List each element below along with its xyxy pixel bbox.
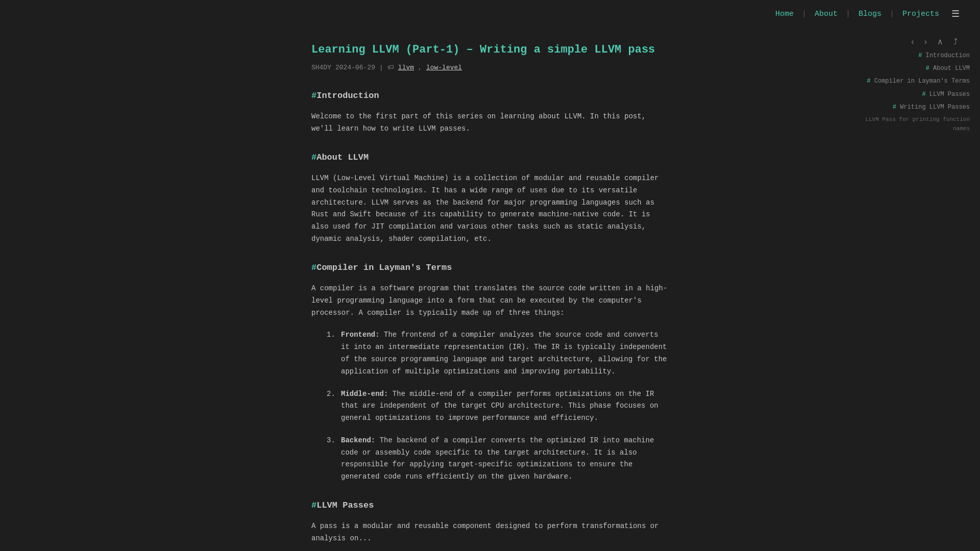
section-text-introduction: Welcome to the first part of this series…	[311, 111, 669, 135]
section-llvm-passes: #LLVM Passes A pass is a modular and reu…	[311, 498, 669, 545]
list-label-2: Middle-end:	[341, 390, 388, 398]
section-text-llvm-passes: A pass is a modular and reusable compone…	[311, 520, 669, 545]
hash-llvm-passes: #	[311, 500, 316, 510]
section-heading-introduction: #Introduction	[311, 89, 669, 103]
toc-sidebar: # Introduction # About LLVM # Compiler i…	[837, 51, 980, 135]
toc-hash-writing: #	[893, 104, 900, 111]
toc-label-writing: Writing LLVM Passes	[900, 104, 970, 111]
toc-label-llvm-passes: LLVM Passes	[929, 91, 970, 98]
list-number-3: 3.	[327, 435, 337, 483]
toc-item-compiler[interactable]: # Compiler in Layman's Terms	[847, 77, 970, 86]
list-number-2: 2.	[327, 388, 337, 424]
hamburger-icon[interactable]: ☰	[951, 7, 960, 22]
toc-item-llvm-passes[interactable]: # LLVM Passes	[847, 90, 970, 99]
toc-sub-item-function-names[interactable]: LLVM Pass for printing function names	[847, 115, 970, 133]
nav-about[interactable]: About	[811, 6, 842, 22]
section-compiler: #Compiler in Layman's Terms A compiler i…	[311, 261, 669, 483]
article-author: SH4DY	[311, 63, 331, 73]
list-label-3: Backend:	[341, 436, 375, 444]
nav-links: Home | About | Blogs | Projects ☰	[771, 6, 960, 22]
list-content-3: Backend: The backend of a compiler conve…	[341, 435, 669, 483]
nav-sep-2: |	[846, 8, 850, 20]
article-date: 2024-06-29	[335, 63, 375, 73]
nav-blogs[interactable]: Blogs	[854, 6, 886, 22]
nav-sep-1: |	[802, 8, 806, 20]
toc-item-writing-llvm-passes[interactable]: # Writing LLVM Passes	[847, 103, 970, 112]
hash-introduction: #	[311, 91, 316, 101]
toc-item-about-llvm[interactable]: # About LLVM	[847, 64, 970, 73]
next-article-button[interactable]: ›	[922, 35, 929, 48]
hash-compiler: #	[311, 263, 316, 272]
tag-low-level[interactable]: low-level	[426, 63, 462, 73]
article: Learning LLVM (Part-1) – Writing a simpl…	[291, 41, 689, 551]
top-navigation: Home | About | Blogs | Projects ☰	[0, 0, 980, 29]
section-introduction: #Introduction Welcome to the first part …	[311, 89, 669, 135]
tag-comma: ,	[418, 63, 422, 73]
list-text-3-body: The backend of a compiler converts the o…	[341, 436, 654, 481]
section-heading-compiler: #Compiler in Layman's Terms	[311, 261, 669, 274]
list-item: 2. Middle-end: The middle-end of a compi…	[327, 388, 669, 424]
toc-hash-llvm-passes: #	[922, 91, 929, 98]
list-content-2: Middle-end: The middle-end of a compiler…	[341, 388, 669, 424]
list-content-1: Frontend: The frontend of a compiler ana…	[341, 329, 669, 378]
section-text-compiler-intro: A compiler is a software program that tr…	[311, 283, 669, 319]
list-item: 1. Frontend: The frontend of a compiler …	[327, 329, 669, 378]
up-button[interactable]: ∧	[935, 35, 945, 48]
list-label-1: Frontend:	[341, 331, 380, 339]
hash-about-llvm: #	[311, 153, 316, 162]
list-text-1-body: The frontend of a compiler analyzes the …	[341, 331, 667, 375]
pipe-sep: |	[379, 63, 383, 73]
section-text-about-llvm: LLVM (Low-Level Virtual Machine) is a co…	[311, 172, 669, 245]
nav-projects[interactable]: Projects	[898, 6, 943, 22]
article-title: Learning LLVM (Part-1) – Writing a simpl…	[311, 41, 669, 59]
toc-label-compiler: Compiler in Layman's Terms	[874, 78, 970, 85]
tag-llvm[interactable]: llvm	[398, 63, 414, 73]
toc-label-about-llvm: About LLVM	[933, 65, 970, 72]
toc-hash-about-llvm: #	[926, 65, 933, 72]
nav-sep-3: |	[890, 8, 894, 20]
article-meta: SH4DY 2024-06-29 | 🏷 llvm, low-level	[311, 63, 669, 73]
article-nav-icons: ‹ › ∧ ⤴	[909, 31, 960, 53]
prev-article-button[interactable]: ‹	[909, 35, 916, 48]
toc-label-introduction: Introduction	[926, 52, 970, 59]
list-number-1: 1.	[327, 329, 337, 378]
section-heading-about-llvm: #About LLVM	[311, 151, 669, 164]
toc-item-introduction[interactable]: # Introduction	[847, 51, 970, 61]
toc-hash-compiler: #	[867, 78, 874, 85]
compiler-list: 1. Frontend: The frontend of a compiler …	[327, 329, 669, 483]
section-about-llvm: #About LLVM LLVM (Low-Level Virtual Mach…	[311, 151, 669, 245]
section-heading-llvm-passes: #LLVM Passes	[311, 498, 669, 512]
main-container: Learning LLVM (Part-1) – Writing a simpl…	[0, 31, 980, 551]
list-text-2-body: The middle-end of a compiler performs op…	[341, 390, 658, 422]
nav-home[interactable]: Home	[771, 6, 798, 22]
tag-icon: 🏷	[387, 63, 394, 73]
list-item: 3. Backend: The backend of a compiler co…	[327, 435, 669, 483]
share-button[interactable]: ⤴	[951, 35, 960, 48]
toc-hash-introduction: #	[918, 52, 925, 59]
